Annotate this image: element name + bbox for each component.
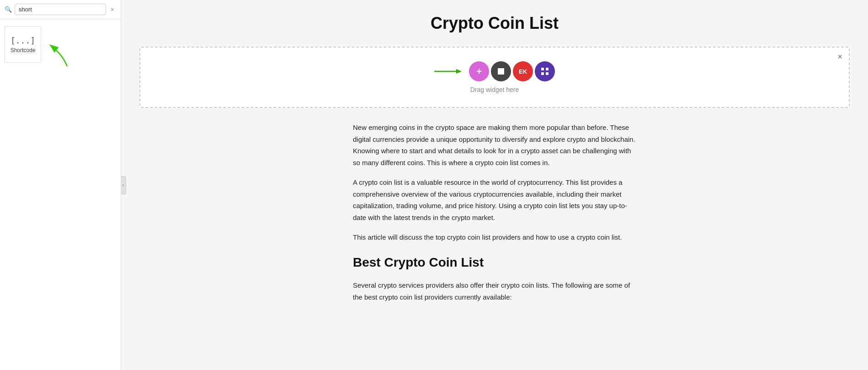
- drop-zone-inner: + EK: [434, 61, 555, 81]
- article-body: New emerging coins in the crypto space a…: [353, 122, 636, 303]
- search-clear-button[interactable]: ×: [109, 5, 116, 14]
- main-content: Crypto Coin List × + EK: [121, 0, 868, 370]
- drag-arrow: [434, 67, 462, 76]
- svg-marker-1: [456, 69, 462, 74]
- widget-icon-square: [491, 61, 511, 81]
- page-title: Crypto Coin List: [139, 14, 850, 33]
- widget-icon-group: + EK: [469, 61, 555, 81]
- search-icon: 🔍: [5, 6, 12, 13]
- svg-rect-6: [546, 72, 548, 75]
- widget-icon-ek: EK: [513, 61, 533, 81]
- article-paragraph-1: New emerging coins in the crypto space a…: [353, 122, 636, 168]
- svg-rect-4: [546, 68, 548, 70]
- shortcode-label: Shortcode: [11, 47, 36, 54]
- widget-grid: [...] Shortcode: [0, 19, 121, 70]
- drop-zone[interactable]: × + EK: [139, 47, 850, 108]
- article-paragraph-3: This article will discuss the top crypto…: [353, 231, 636, 243]
- drop-zone-close-button[interactable]: ×: [837, 52, 842, 62]
- widget-icon-grid: [535, 61, 555, 81]
- sidebar: 🔍 short × [...] Shortcode ‹: [0, 0, 121, 370]
- article-paragraph-4: Several crypto services providers also o…: [353, 279, 636, 303]
- shortcode-widget[interactable]: [...] Shortcode: [5, 26, 41, 63]
- article-subheading: Best Crypto Coin List: [353, 252, 636, 273]
- search-bar: 🔍 short ×: [0, 0, 121, 19]
- shortcode-icon: [...]: [11, 36, 35, 45]
- svg-rect-3: [541, 68, 544, 70]
- drop-zone-label: Drag widget here: [470, 86, 519, 93]
- widget-icon-plus: +: [469, 61, 489, 81]
- svg-rect-5: [541, 72, 544, 75]
- search-input[interactable]: short: [15, 4, 106, 15]
- collapse-sidebar-button[interactable]: ‹: [121, 176, 126, 194]
- article-paragraph-2: A crypto coin list is a valuable resourc…: [353, 177, 636, 223]
- svg-rect-2: [498, 68, 504, 75]
